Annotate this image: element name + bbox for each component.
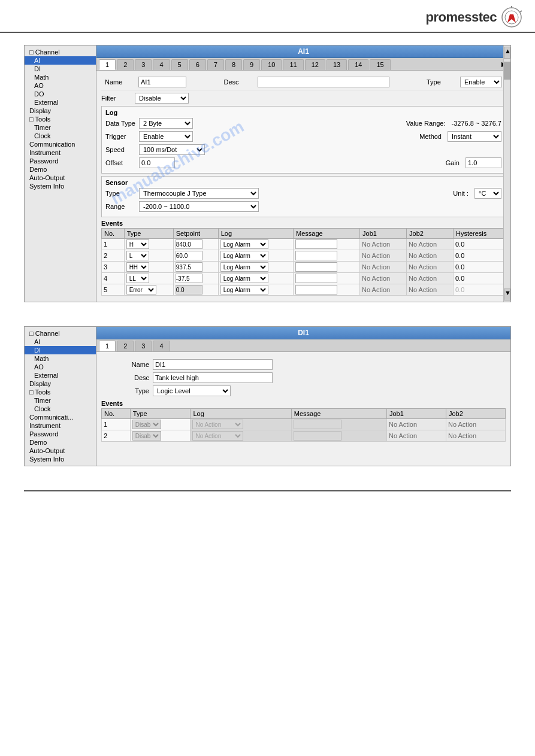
sidebar-item-password[interactable]: Password: [25, 157, 96, 165]
desc-input[interactable]: [258, 77, 389, 87]
sidebar-item-demo[interactable]: Demo: [25, 165, 96, 174]
setpoint-input-1[interactable]: [176, 239, 202, 249]
sidebar2-item-ai[interactable]: AI: [25, 338, 96, 346]
sidebar2-item-display[interactable]: Display: [25, 379, 96, 388]
tab-1[interactable]: 1: [99, 59, 116, 70]
sidebar2-item-instrument[interactable]: Instrument: [25, 421, 96, 430]
range-select[interactable]: -200.0 ~ 1100.0: [139, 201, 259, 212]
sidebar2-item-tools[interactable]: □ Tools: [25, 388, 96, 396]
scroll-up-btn[interactable]: ▲: [504, 47, 510, 59]
trigger-select[interactable]: Enable Disable: [139, 131, 193, 142]
tab-4[interactable]: 4: [153, 59, 170, 70]
tab-5[interactable]: 5: [171, 59, 188, 70]
event-setpoint-5[interactable]: [173, 284, 218, 296]
sidebar-item-do[interactable]: DO: [25, 90, 96, 98]
datatype-select[interactable]: 2 Byte 4 Byte: [139, 118, 193, 129]
type-select[interactable]: Enable Disable: [460, 77, 502, 87]
event-setpoint-4[interactable]: [173, 273, 218, 284]
tab-8[interactable]: 8: [225, 59, 242, 70]
event-setpoint-2[interactable]: [173, 250, 218, 262]
offset-input[interactable]: [139, 157, 175, 168]
tab-11[interactable]: 11: [283, 59, 303, 70]
event-type-select-4[interactable]: LLHLHHError: [126, 274, 149, 283]
event-setpoint-3[interactable]: [173, 262, 218, 273]
setpoint-input-3[interactable]: [176, 262, 202, 272]
tab2-3[interactable]: 3: [135, 341, 152, 351]
log-select-5[interactable]: Log AlarmNo Action: [220, 285, 268, 294]
event-log-1[interactable]: Log AlarmNo Action: [218, 239, 293, 250]
message-input-3[interactable]: [295, 262, 337, 272]
sidebar-item-auto-output[interactable]: Auto-Output: [25, 174, 96, 182]
setpoint-input-2[interactable]: [176, 251, 202, 260]
sidebar-item-clock[interactable]: Clock: [25, 132, 96, 140]
event-type-5[interactable]: ErrorHLHHLL: [124, 284, 173, 296]
sidebar-item-di[interactable]: DI: [25, 65, 96, 73]
event-setpoint-1[interactable]: [173, 239, 218, 250]
sidebar2-item-password[interactable]: Password: [25, 430, 96, 438]
sidebar-item-tools[interactable]: □ Tools: [25, 115, 96, 123]
tab-9[interactable]: 9: [243, 59, 260, 70]
speed-select[interactable]: 100 ms/Dot 200 ms/Dot 500 ms/Dot: [139, 144, 205, 155]
event-log-3[interactable]: Log AlarmNo Action: [218, 262, 293, 273]
event-message-2[interactable]: [294, 250, 360, 262]
sidebar2-item-auto-output[interactable]: Auto-Output: [25, 447, 96, 455]
sidebar2-item-clock[interactable]: Clock: [25, 405, 96, 413]
sidebar2-item-demo[interactable]: Demo: [25, 438, 96, 447]
unit-select[interactable]: °C °F: [474, 188, 501, 199]
event-log-4[interactable]: Log AlarmNo Action: [218, 273, 293, 284]
tab2-4[interactable]: 4: [153, 341, 170, 351]
tab-12[interactable]: 12: [305, 59, 325, 70]
di-type-select-1[interactable]: Disab Enable: [132, 420, 161, 429]
tab-6[interactable]: 6: [189, 59, 206, 70]
tab-3[interactable]: 3: [135, 59, 152, 70]
sidebar2-item-di[interactable]: DI: [25, 346, 96, 354]
sidebar2-item-external[interactable]: External: [25, 371, 96, 379]
event-type-1[interactable]: HLHHLLError: [124, 239, 173, 250]
tab2-1[interactable]: 1: [99, 341, 116, 351]
tab-2[interactable]: 2: [117, 59, 134, 70]
sensor-type-select[interactable]: Thermocouple J Type Thermocouple K Type: [139, 188, 259, 199]
event-log-5[interactable]: Log AlarmNo Action: [218, 284, 293, 296]
event-message-3[interactable]: [294, 262, 360, 273]
tab-15[interactable]: 15: [370, 59, 390, 70]
sidebar2-item-system-info[interactable]: System Info: [25, 455, 96, 463]
di-type-select-2[interactable]: Disab Enable: [132, 431, 161, 441]
filter-select[interactable]: Disable Enable: [135, 93, 189, 104]
di-event-type-1[interactable]: Disab Enable: [130, 419, 191, 430]
log-select-4[interactable]: Log AlarmNo Action: [220, 274, 268, 283]
log-select-1[interactable]: Log AlarmNo Action: [220, 239, 268, 249]
tab-13[interactable]: 13: [327, 59, 347, 70]
tab-7[interactable]: 7: [207, 59, 224, 70]
di-event-type-2[interactable]: Disab Enable: [130, 430, 191, 442]
event-type-select-2[interactable]: LHHHLLError: [126, 251, 149, 260]
tab-14[interactable]: 14: [348, 59, 368, 70]
message-input-5[interactable]: [295, 285, 337, 294]
sidebar2-item-math[interactable]: Math: [25, 354, 96, 363]
scrollbar1[interactable]: ▲ ▼: [503, 45, 510, 302]
sidebar2-item-ao[interactable]: AO: [25, 363, 96, 371]
di-desc-input[interactable]: [153, 372, 273, 383]
sidebar-item-ao[interactable]: AO: [25, 81, 96, 90]
event-type-2[interactable]: LHHHLLError: [124, 250, 173, 262]
event-type-3[interactable]: HHHLLLError: [124, 262, 173, 273]
event-type-4[interactable]: LLHLHHError: [124, 273, 173, 284]
setpoint-input-4[interactable]: [176, 274, 202, 283]
sidebar2-item-communication[interactable]: Communicati...: [25, 413, 96, 421]
sidebar-item-instrument[interactable]: Instrument: [25, 148, 96, 157]
sidebar-item-display[interactable]: Display: [25, 107, 96, 115]
sidebar-item-external[interactable]: External: [25, 98, 96, 107]
sidebar2-item-channel[interactable]: □ Channel: [25, 329, 96, 338]
sidebar-item-timer[interactable]: Timer: [25, 123, 96, 132]
message-input-4[interactable]: [295, 274, 337, 283]
di-name-input[interactable]: [153, 359, 273, 370]
name-input[interactable]: [138, 77, 186, 87]
event-type-select-1[interactable]: HLHHLLError: [126, 239, 149, 249]
sidebar-item-math[interactable]: Math: [25, 73, 96, 81]
event-log-2[interactable]: Log AlarmNo Action: [218, 250, 293, 262]
log-select-2[interactable]: Log AlarmNo Action: [220, 251, 268, 260]
gain-input[interactable]: [466, 157, 501, 168]
scroll-down-btn[interactable]: ▼: [504, 289, 510, 300]
di-type-select[interactable]: Logic Level Edge: [153, 385, 231, 396]
sidebar2-item-timer[interactable]: Timer: [25, 396, 96, 405]
message-input-2[interactable]: [295, 251, 337, 260]
